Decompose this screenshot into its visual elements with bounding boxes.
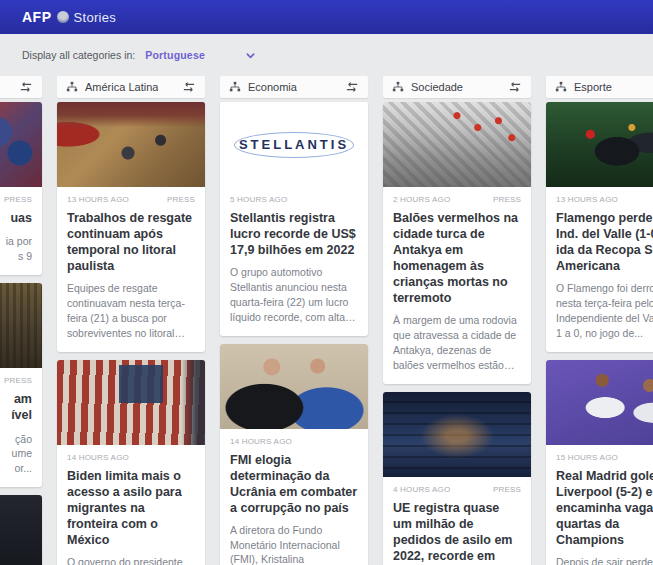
column-header: América Latina bbox=[57, 76, 205, 98]
card-title: uas bbox=[0, 210, 32, 226]
card-description: À margem de uma rodovia que atravessa a … bbox=[393, 313, 521, 373]
product-name: Stories bbox=[74, 10, 117, 25]
card-image bbox=[0, 495, 42, 565]
column-esporte: Esporte 13 hours ago Flamengo perde para… bbox=[546, 76, 653, 565]
column-header: Economia bbox=[220, 76, 368, 98]
card-description: ção ume or... bbox=[0, 432, 32, 477]
card-timestamp: 13 hours ago bbox=[67, 195, 129, 204]
category-language-toolbar: Display all categories in: Portuguese bbox=[0, 34, 653, 70]
sort-icon[interactable] bbox=[508, 81, 522, 93]
card-image bbox=[383, 392, 531, 477]
sort-icon[interactable] bbox=[345, 81, 359, 93]
column-title: Sociedade bbox=[411, 81, 463, 93]
card-timestamp: 2 hours ago bbox=[393, 195, 450, 204]
news-card[interactable]: 14 hours ago FMI elogia determinação da … bbox=[220, 344, 368, 565]
card-description: A diretora do Fundo Monetário Internacio… bbox=[230, 523, 358, 565]
card-image bbox=[0, 283, 42, 368]
card-tag: PRESS bbox=[493, 195, 521, 204]
card-tag: PRESS bbox=[4, 195, 32, 204]
column-sociedade: Sociedade 2 hours ago PRESS Balões verme… bbox=[383, 76, 531, 565]
category-icon bbox=[229, 81, 241, 93]
card-image bbox=[0, 102, 42, 187]
card-tag: PRESS bbox=[167, 195, 195, 204]
card-image bbox=[57, 360, 205, 445]
card-title: UE registra quase um milhão de pedidos d… bbox=[393, 500, 521, 565]
card-description: O Flamengo foi derrotado nesta terça-fei… bbox=[556, 281, 653, 341]
stellantis-logo-text: STELLANTIS bbox=[239, 137, 349, 152]
language-dropdown[interactable]: Portuguese bbox=[145, 49, 256, 61]
column-clipped-left: PRESS uas ia por s 9 bbox=[0, 76, 42, 565]
card-image bbox=[220, 344, 368, 429]
card-description: O grupo automotivo Stellantis anunciou n… bbox=[230, 265, 358, 325]
news-card[interactable]: 2 hours ago PRESS Balões vermelhos na ci… bbox=[383, 102, 531, 384]
card-timestamp: 4 hours ago bbox=[393, 485, 450, 494]
card-title: Trabalhos de resgate continuam após temp… bbox=[67, 210, 195, 274]
card-tag: PRESS bbox=[493, 485, 521, 494]
news-card[interactable]: 13 hours ago Flamengo perde para Ind. de… bbox=[546, 102, 653, 352]
news-card[interactable]: PRESS uas ia por s 9 bbox=[0, 102, 42, 275]
card-description: Equipes de resgate continuavam nesta ter… bbox=[67, 281, 195, 341]
globe-icon bbox=[57, 11, 69, 23]
language-label: Display all categories in: bbox=[22, 49, 135, 61]
card-description: Depois de sair perdendo por 2 a 0, o Rea… bbox=[556, 555, 653, 565]
afp-stories-app: AFP Stories Display all categories in: P… bbox=[0, 0, 653, 565]
column-america-latina: América Latina 13 hours ago PRESS Trabal… bbox=[57, 76, 205, 565]
column-header: Esporte bbox=[546, 76, 653, 98]
news-card[interactable]: 15 hours ago Real Madrid goleia Liverpoo… bbox=[546, 360, 653, 565]
card-image bbox=[546, 360, 653, 445]
column-economia: Economia STELLANTIS 5 hours ago bbox=[220, 76, 368, 565]
card-title: am ível bbox=[0, 391, 32, 424]
chevron-down-icon bbox=[245, 50, 256, 61]
news-card[interactable]: PRESS am ível ção ume or... bbox=[0, 283, 42, 487]
card-timestamp: 5 hours ago bbox=[230, 195, 287, 204]
card-timestamp: 15 hours ago bbox=[556, 453, 618, 462]
column-header: Sociedade bbox=[383, 76, 531, 98]
column-title: Economia bbox=[248, 81, 297, 93]
card-image bbox=[57, 102, 205, 187]
card-image bbox=[546, 102, 653, 187]
afp-logo-text: AFP bbox=[22, 9, 52, 25]
card-title: Real Madrid goleia Liverpool (5-2) e enc… bbox=[556, 468, 653, 548]
sort-icon[interactable] bbox=[19, 81, 33, 93]
language-value: Portuguese bbox=[145, 49, 205, 61]
card-timestamp: 13 hours ago bbox=[556, 195, 618, 204]
brand-logo: AFP Stories bbox=[22, 9, 116, 25]
news-card[interactable]: STELLANTIS 5 hours ago Stellantis regist… bbox=[220, 102, 368, 336]
story-board: PRESS uas ia por s 9 bbox=[0, 70, 653, 565]
news-card[interactable] bbox=[0, 495, 42, 565]
card-image bbox=[383, 102, 531, 187]
news-card[interactable]: 4 hours ago PRESS UE registra quase um m… bbox=[383, 392, 531, 565]
card-image-stellantis-logo: STELLANTIS bbox=[220, 102, 368, 187]
card-timestamp: 14 hours ago bbox=[230, 437, 292, 446]
card-title: Balões vermelhos na cidade turca de Anta… bbox=[393, 210, 521, 306]
news-card[interactable]: 13 hours ago PRESS Trabalhos de resgate … bbox=[57, 102, 205, 352]
category-icon bbox=[66, 81, 78, 93]
column-title: América Latina bbox=[85, 81, 158, 93]
category-icon bbox=[392, 81, 404, 93]
card-title: FMI elogia determinação da Ucrânia em co… bbox=[230, 452, 358, 516]
card-title: Stellantis registra lucro recorde de US$… bbox=[230, 210, 358, 258]
card-description: O governo do presidente dos Estados Unid… bbox=[67, 555, 195, 565]
card-title: Flamengo perde para Ind. del Valle (1-0)… bbox=[556, 210, 653, 274]
card-timestamp: 14 hours ago bbox=[67, 453, 129, 462]
sort-icon[interactable] bbox=[182, 81, 196, 93]
card-description: ia por s 9 bbox=[0, 234, 32, 264]
news-card[interactable]: 14 hours ago Biden limita mais o acesso … bbox=[57, 360, 205, 565]
column-header bbox=[0, 76, 42, 98]
column-title: Esporte bbox=[574, 81, 612, 93]
app-header: AFP Stories bbox=[0, 0, 653, 34]
card-title: Biden limita mais o acesso a asilo para … bbox=[67, 468, 195, 548]
category-icon bbox=[555, 81, 567, 93]
card-tag: PRESS bbox=[4, 376, 32, 385]
